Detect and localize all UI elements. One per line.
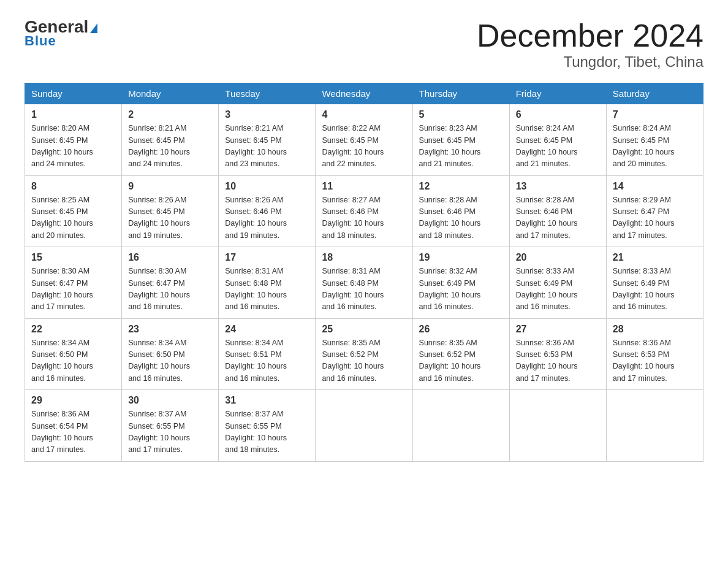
- day-number: 31: [225, 395, 309, 406]
- day-info: Sunrise: 8:22 AM Sunset: 6:45 PM Dayligh…: [322, 123, 406, 170]
- table-row: 27 Sunrise: 8:36 AM Sunset: 6:53 PM Dayl…: [509, 318, 606, 390]
- table-row: 6 Sunrise: 8:24 AM Sunset: 6:45 PM Dayli…: [509, 104, 606, 176]
- day-info: Sunrise: 8:34 AM Sunset: 6:50 PM Dayligh…: [31, 337, 115, 385]
- col-monday: Monday: [122, 83, 219, 104]
- day-number: 29: [31, 395, 115, 406]
- day-number: 6: [516, 109, 600, 120]
- col-sunday: Sunday: [25, 83, 122, 104]
- day-info: Sunrise: 8:23 AM Sunset: 6:45 PM Dayligh…: [419, 123, 503, 170]
- col-saturday: Saturday: [606, 83, 703, 104]
- day-info: Sunrise: 8:35 AM Sunset: 6:52 PM Dayligh…: [322, 337, 406, 385]
- day-info: Sunrise: 8:34 AM Sunset: 6:50 PM Dayligh…: [128, 337, 212, 385]
- calendar-title: December 2024: [477, 18, 703, 53]
- table-row: 20 Sunrise: 8:33 AM Sunset: 6:49 PM Dayl…: [509, 247, 606, 319]
- col-wednesday: Wednesday: [316, 83, 412, 104]
- table-row: 9 Sunrise: 8:26 AM Sunset: 6:45 PM Dayli…: [122, 175, 219, 247]
- table-row: 28 Sunrise: 8:36 AM Sunset: 6:53 PM Dayl…: [606, 318, 703, 390]
- day-number: 18: [322, 252, 406, 263]
- day-info: Sunrise: 8:25 AM Sunset: 6:45 PM Dayligh…: [31, 194, 115, 242]
- table-row: [509, 390, 606, 462]
- day-number: 11: [322, 181, 406, 192]
- table-row: 12 Sunrise: 8:28 AM Sunset: 6:46 PM Dayl…: [412, 175, 509, 247]
- day-number: 26: [419, 324, 503, 335]
- calendar-table: Sunday Monday Tuesday Wednesday Thursday…: [25, 83, 703, 462]
- table-row: [606, 390, 703, 462]
- day-info: Sunrise: 8:32 AM Sunset: 6:49 PM Dayligh…: [419, 266, 503, 313]
- table-row: 4 Sunrise: 8:22 AM Sunset: 6:45 PM Dayli…: [316, 104, 412, 176]
- table-row: 8 Sunrise: 8:25 AM Sunset: 6:45 PM Dayli…: [25, 175, 122, 247]
- day-number: 7: [613, 109, 697, 120]
- table-row: 19 Sunrise: 8:32 AM Sunset: 6:49 PM Dayl…: [412, 247, 509, 319]
- calendar-row: 8 Sunrise: 8:25 AM Sunset: 6:45 PM Dayli…: [25, 175, 703, 247]
- title-block: December 2024 Tungdor, Tibet, China: [477, 18, 703, 71]
- day-number: 14: [613, 181, 697, 192]
- table-row: 21 Sunrise: 8:33 AM Sunset: 6:49 PM Dayl…: [606, 247, 703, 319]
- day-number: 4: [322, 109, 406, 120]
- day-info: Sunrise: 8:33 AM Sunset: 6:49 PM Dayligh…: [613, 266, 697, 313]
- table-row: 3 Sunrise: 8:21 AM Sunset: 6:45 PM Dayli…: [219, 104, 316, 176]
- day-number: 2: [128, 109, 212, 120]
- day-number: 12: [419, 181, 503, 192]
- day-number: 1: [31, 109, 115, 120]
- day-number: 19: [419, 252, 503, 263]
- day-info: Sunrise: 8:33 AM Sunset: 6:49 PM Dayligh…: [516, 266, 600, 313]
- day-info: Sunrise: 8:27 AM Sunset: 6:46 PM Dayligh…: [322, 194, 406, 242]
- day-number: 21: [613, 252, 697, 263]
- day-info: Sunrise: 8:28 AM Sunset: 6:46 PM Dayligh…: [516, 194, 600, 242]
- table-row: 30 Sunrise: 8:37 AM Sunset: 6:55 PM Dayl…: [122, 390, 219, 462]
- col-friday: Friday: [509, 83, 606, 104]
- day-number: 17: [225, 252, 309, 263]
- day-number: 3: [225, 109, 309, 120]
- day-info: Sunrise: 8:36 AM Sunset: 6:53 PM Dayligh…: [516, 337, 600, 385]
- calendar-subtitle: Tungdor, Tibet, China: [477, 53, 703, 71]
- table-row: 15 Sunrise: 8:30 AM Sunset: 6:47 PM Dayl…: [25, 247, 122, 319]
- day-info: Sunrise: 8:30 AM Sunset: 6:47 PM Dayligh…: [128, 266, 212, 313]
- page-header: General Blue December 2024 Tungdor, Tibe…: [25, 18, 703, 71]
- day-number: 30: [128, 395, 212, 406]
- day-info: Sunrise: 8:36 AM Sunset: 6:54 PM Dayligh…: [31, 408, 115, 456]
- table-row: 22 Sunrise: 8:34 AM Sunset: 6:50 PM Dayl…: [25, 318, 122, 390]
- table-row: 1 Sunrise: 8:20 AM Sunset: 6:45 PM Dayli…: [25, 104, 122, 176]
- day-number: 25: [322, 324, 406, 335]
- table-row: 26 Sunrise: 8:35 AM Sunset: 6:52 PM Dayl…: [412, 318, 509, 390]
- col-thursday: Thursday: [412, 83, 509, 104]
- day-number: 28: [613, 324, 697, 335]
- table-row: 7 Sunrise: 8:24 AM Sunset: 6:45 PM Dayli…: [606, 104, 703, 176]
- day-info: Sunrise: 8:30 AM Sunset: 6:47 PM Dayligh…: [31, 266, 115, 313]
- table-row: 11 Sunrise: 8:27 AM Sunset: 6:46 PM Dayl…: [316, 175, 412, 247]
- day-info: Sunrise: 8:21 AM Sunset: 6:45 PM Dayligh…: [225, 123, 309, 170]
- table-row: 31 Sunrise: 8:37 AM Sunset: 6:55 PM Dayl…: [219, 390, 316, 462]
- day-info: Sunrise: 8:37 AM Sunset: 6:55 PM Dayligh…: [128, 408, 212, 456]
- header-row: Sunday Monday Tuesday Wednesday Thursday…: [25, 83, 703, 104]
- calendar-row: 1 Sunrise: 8:20 AM Sunset: 6:45 PM Dayli…: [25, 104, 703, 176]
- day-info: Sunrise: 8:26 AM Sunset: 6:46 PM Dayligh…: [225, 194, 309, 242]
- day-number: 20: [516, 252, 600, 263]
- logo: General Blue: [25, 18, 97, 49]
- day-info: Sunrise: 8:20 AM Sunset: 6:45 PM Dayligh…: [31, 123, 115, 170]
- day-number: 23: [128, 324, 212, 335]
- day-number: 16: [128, 252, 212, 263]
- day-info: Sunrise: 8:21 AM Sunset: 6:45 PM Dayligh…: [128, 123, 212, 170]
- day-info: Sunrise: 8:24 AM Sunset: 6:45 PM Dayligh…: [516, 123, 600, 170]
- day-info: Sunrise: 8:37 AM Sunset: 6:55 PM Dayligh…: [225, 408, 309, 456]
- day-number: 5: [419, 109, 503, 120]
- table-row: 5 Sunrise: 8:23 AM Sunset: 6:45 PM Dayli…: [412, 104, 509, 176]
- day-number: 24: [225, 324, 309, 335]
- day-number: 15: [31, 252, 115, 263]
- day-number: 13: [516, 181, 600, 192]
- day-info: Sunrise: 8:24 AM Sunset: 6:45 PM Dayligh…: [613, 123, 697, 170]
- day-info: Sunrise: 8:29 AM Sunset: 6:47 PM Dayligh…: [613, 194, 697, 242]
- table-row: 13 Sunrise: 8:28 AM Sunset: 6:46 PM Dayl…: [509, 175, 606, 247]
- table-row: 14 Sunrise: 8:29 AM Sunset: 6:47 PM Dayl…: [606, 175, 703, 247]
- day-info: Sunrise: 8:31 AM Sunset: 6:48 PM Dayligh…: [225, 266, 309, 313]
- day-info: Sunrise: 8:36 AM Sunset: 6:53 PM Dayligh…: [613, 337, 697, 385]
- table-row: 2 Sunrise: 8:21 AM Sunset: 6:45 PM Dayli…: [122, 104, 219, 176]
- col-tuesday: Tuesday: [219, 83, 316, 104]
- table-row: 29 Sunrise: 8:36 AM Sunset: 6:54 PM Dayl…: [25, 390, 122, 462]
- table-row: 23 Sunrise: 8:34 AM Sunset: 6:50 PM Dayl…: [122, 318, 219, 390]
- logo-blue-text: Blue: [25, 33, 56, 49]
- table-row: 17 Sunrise: 8:31 AM Sunset: 6:48 PM Dayl…: [219, 247, 316, 319]
- day-number: 9: [128, 181, 212, 192]
- table-row: 16 Sunrise: 8:30 AM Sunset: 6:47 PM Dayl…: [122, 247, 219, 319]
- calendar-row: 15 Sunrise: 8:30 AM Sunset: 6:47 PM Dayl…: [25, 247, 703, 319]
